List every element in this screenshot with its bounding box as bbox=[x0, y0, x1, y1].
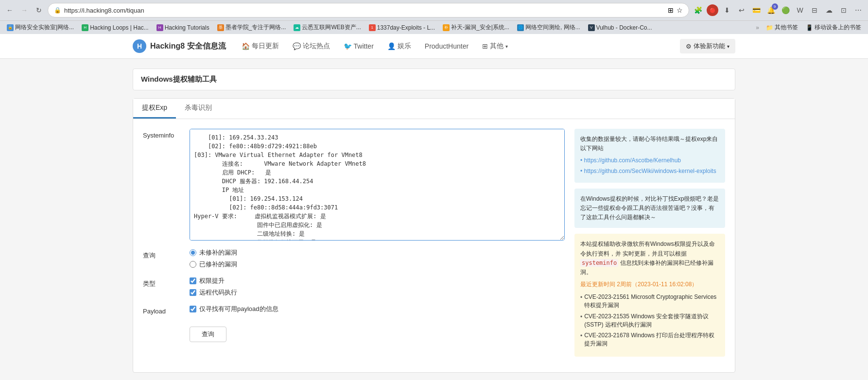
favorites-button[interactable]: 🔔 9 bbox=[765, 4, 777, 16]
nav-item-entertainment[interactable]: 👤 娱乐 bbox=[382, 38, 417, 54]
type-checkbox-group: 权限提升 远程代码执行 bbox=[190, 276, 237, 297]
nav-item-twitter-label: Twitter bbox=[354, 42, 374, 50]
bookmark-hacking-loops[interactable]: H Hacking Loops | Hac... bbox=[79, 23, 152, 32]
bookmark-label-others: 其他书签 bbox=[775, 23, 798, 32]
bookmark-label-3: 墨者学院_专注于网络... bbox=[226, 23, 286, 32]
checkbox-payload-label: 仅寻找有可用payload的信息 bbox=[199, 305, 278, 313]
query-label: 查询 bbox=[143, 248, 182, 260]
nav-item-forum[interactable]: 💬 论坛热点 bbox=[287, 38, 336, 54]
systeminfo-label: Systeminfo bbox=[143, 129, 182, 139]
back-button[interactable]: ← bbox=[4, 4, 16, 16]
downloads-button[interactable]: ⬇ bbox=[721, 4, 733, 16]
bookmark-others[interactable]: 📁 其他书签 bbox=[763, 22, 801, 33]
settings-button[interactable]: ⋯ bbox=[852, 4, 864, 16]
radio-patched-input[interactable] bbox=[190, 261, 196, 268]
bookmark-yunxi[interactable]: ☁ 云悉互联网WEB资产... bbox=[291, 22, 364, 33]
user-account-button[interactable]: W bbox=[794, 4, 806, 16]
menu-button[interactable]: ☁ bbox=[823, 4, 835, 16]
new-features-label: 体验新功能 bbox=[694, 42, 725, 51]
bookmark-label-2: Hacking Tutorials bbox=[165, 24, 209, 31]
history-button[interactable]: ↩ bbox=[736, 4, 747, 16]
collections-button[interactable]: 🟢 bbox=[780, 4, 791, 16]
query-button[interactable]: 查询 bbox=[190, 327, 226, 342]
sidebar-button[interactable]: ⊟ bbox=[809, 4, 820, 16]
checkbox-payload-input[interactable] bbox=[190, 306, 196, 312]
url-bar[interactable]: 🔒 https://i.hacking8.com/tiquan ⊞ ☆ bbox=[48, 3, 689, 17]
cve-item-1: CVE-2023-21535 Windows 安全套接字隧道协议 (SSTP) … bbox=[580, 312, 719, 329]
extensions-button[interactable]: 🧩 bbox=[692, 4, 704, 16]
nav-item-other-label: 其他 bbox=[490, 42, 503, 51]
nav-item-twitter[interactable]: 🐦 Twitter bbox=[338, 38, 380, 54]
bookmark-icon[interactable]: ☆ bbox=[677, 6, 683, 14]
forum-icon: 💬 bbox=[293, 42, 301, 50]
tabs-wrapper: 提权Exp 杀毒识别 bbox=[133, 99, 735, 119]
bookmark-icon-mobile: 📱 bbox=[806, 24, 813, 31]
chevron-down-icon: ▾ bbox=[505, 44, 508, 49]
radio-patched[interactable]: 已修补的漏洞 bbox=[190, 260, 237, 269]
notification-badge: 9 bbox=[772, 3, 778, 10]
grid-icon: ⊞ bbox=[482, 42, 488, 50]
card1-link1[interactable]: https://github.com/Ascotbe/Kernelhub bbox=[580, 156, 719, 165]
bookmark-icon-0: 🔒 bbox=[7, 24, 14, 31]
site-logo[interactable]: H Hacking8 安全信息流 bbox=[133, 39, 226, 53]
radio-patched-label: 已修补的漏洞 bbox=[199, 260, 237, 269]
info-card-updates: 本站提权辅助收录微软所有Windows权限提升以及命令执行资料，并 实时更新，并… bbox=[574, 234, 725, 357]
bookmark-mobile[interactable]: 📱 移动设备上的书签 bbox=[803, 22, 864, 33]
checkbox-rce-label: 远程代码执行 bbox=[199, 288, 237, 297]
logo-letter: H bbox=[137, 42, 142, 50]
bookmark-network-lab[interactable]: 🔒 网络安全实验室|网络... bbox=[4, 22, 77, 33]
radio-unpatched[interactable]: 未修补的漏洞 bbox=[190, 248, 237, 257]
bookmark-vulhub[interactable]: V Vulhub - Docker-Co... bbox=[585, 23, 655, 32]
query-row: 查询 未修补的漏洞 已修补的漏洞 bbox=[143, 248, 565, 269]
nav-item-forum-label: 论坛热点 bbox=[303, 42, 330, 51]
profile-icon[interactable]: 🔴 bbox=[707, 4, 718, 16]
nav-item-producthunter-label: ProductHunter bbox=[425, 42, 469, 50]
card1-link2[interactable]: https://github.com/SecWiki/windows-kerne… bbox=[580, 167, 719, 176]
checkbox-privesc[interactable]: 权限提升 bbox=[190, 276, 237, 285]
refresh-button[interactable]: ↻ bbox=[33, 4, 45, 16]
query-btn-row: 查询 bbox=[143, 323, 565, 342]
content-wrapper: 提权Exp 杀毒识别 Systeminfo 查询 bbox=[133, 98, 735, 373]
bookmark-cyberspace[interactable]: 🌐 网络空间测绘, 网络... bbox=[514, 22, 583, 33]
bookmark-icon-others: 📁 bbox=[766, 24, 773, 31]
checkbox-privesc-label: 权限提升 bbox=[199, 276, 225, 285]
info-card-sources: 收集的数据量较大，请耐心等待结果哦～提权exp来自以下网站 https://gi… bbox=[574, 129, 725, 183]
systeminfo-row: Systeminfo bbox=[143, 129, 565, 241]
systeminfo-keyword: systeminfo bbox=[580, 259, 618, 267]
query-radio-group: 未修补的漏洞 已修补的漏洞 bbox=[190, 248, 237, 269]
cve-list: CVE-2023-21561 Microsoft Cryptographic S… bbox=[580, 293, 719, 348]
card3-intro: 本站提权辅助收录微软所有Windows权限提升以及命令执行资料，并 实时更新，并… bbox=[580, 240, 719, 277]
card2-text: 在Windows提权的时候，对比补丁找Exp很烦吧？老是忘记一些提权命令跟工具的… bbox=[580, 194, 719, 223]
bookmarks-more[interactable]: » bbox=[754, 24, 761, 31]
nav-item-producthunter[interactable]: ProductHunter bbox=[419, 38, 474, 54]
bookmark-mozhe[interactable]: 墨 墨者学院_专注于网络... bbox=[214, 22, 289, 33]
nav-item-daily[interactable]: 🏠 每日更新 bbox=[236, 38, 285, 54]
security-icon: 🔒 bbox=[54, 7, 61, 14]
dropdown-icon: ▾ bbox=[727, 44, 729, 49]
bookmark-label-mobile: 移动设备上的书签 bbox=[815, 23, 861, 32]
forward-button[interactable]: → bbox=[18, 4, 30, 16]
cve-1-text: CVE-2023-21535 Windows 安全套接字隧道协议 (SSTP) … bbox=[584, 312, 719, 329]
nav-item-other[interactable]: ⊞ 其他 ▾ bbox=[476, 38, 514, 54]
checkbox-privesc-input[interactable] bbox=[190, 277, 196, 284]
radio-unpatched-input[interactable] bbox=[190, 249, 196, 256]
card3-intro-text: 本站提权辅助收录微软所有Windows权限提升以及命令执行资料，并 实时更新，并… bbox=[580, 241, 715, 257]
bookmark-hacking-tutorials[interactable]: H Hacking Tutorials bbox=[154, 23, 212, 32]
update-time: 最近更新时间 2周前（2023-01-11 16:02:08） bbox=[580, 280, 719, 289]
checkbox-rce[interactable]: 远程代码执行 bbox=[190, 288, 237, 297]
entertainment-icon: 👤 bbox=[387, 42, 396, 50]
checkbox-rce-input[interactable] bbox=[190, 289, 196, 296]
bookmark-1337day[interactable]: 1 1337day-Exploits - L... bbox=[366, 23, 438, 32]
tab-privesc-exp[interactable]: 提权Exp bbox=[133, 99, 176, 119]
type-row: 类型 权限提升 远程代码执行 bbox=[143, 276, 565, 297]
bookmark-butian[interactable]: 补 补天-漏洞_安全|系统... bbox=[440, 22, 512, 33]
new-features-button[interactable]: ⚙ 体验新功能 ▾ bbox=[680, 39, 735, 53]
tab-antivirus[interactable]: 杀毒识别 bbox=[176, 99, 221, 119]
nav-bar: H Hacking8 安全信息流 🏠 每日更新 💬 论坛热点 🐦 Twitter bbox=[0, 34, 868, 59]
info-card-desc: 在Windows提权的时候，对比补丁找Exp很烦吧？老是忘记一些提权命令跟工具的… bbox=[574, 189, 725, 228]
more-button[interactable]: ⊡ bbox=[838, 4, 850, 16]
checkbox-payload[interactable]: 仅寻找有可用payload的信息 bbox=[190, 305, 278, 313]
systeminfo-textarea[interactable] bbox=[190, 129, 565, 241]
wallet-button[interactable]: 💳 bbox=[750, 4, 762, 16]
bookmark-icon-5: 1 bbox=[369, 24, 376, 31]
